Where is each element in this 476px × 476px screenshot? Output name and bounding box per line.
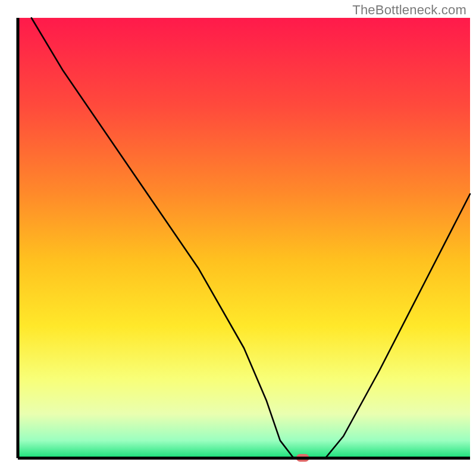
gradient-background [18, 18, 470, 458]
watermark-text: TheBottleneck.com [352, 2, 466, 18]
bottleneck-chart [0, 0, 476, 476]
chart-container: TheBottleneck.com [0, 0, 476, 476]
